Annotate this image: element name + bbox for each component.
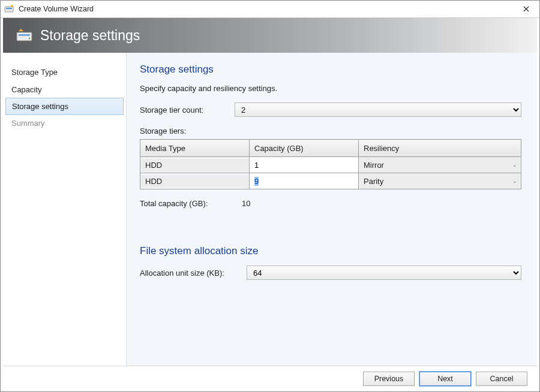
col-media-type[interactable]: Media Type: [140, 140, 250, 157]
window-title: Create Volume Wizard: [19, 5, 513, 13]
svg-rect-0: [5, 7, 13, 12]
capacity-input-1[interactable]: [250, 173, 358, 189]
sidebar: Storage Type Capacity Storage settings S…: [3, 53, 127, 366]
wizard-footer: Previous Next Cancel: [3, 366, 537, 391]
close-button[interactable]: [513, 1, 539, 17]
section-allocation-title: File system allocation size: [140, 245, 521, 257]
cell-media-type: HDD: [140, 159, 249, 171]
allocation-unit-label: Allocation unit size (KB):: [140, 269, 247, 278]
tier-count-label: Storage tier count:: [140, 105, 235, 114]
cancel-button[interactable]: Cancel: [476, 372, 527, 386]
wizard-body: Storage Type Capacity Storage settings S…: [3, 53, 537, 366]
svg-rect-1: [6, 8, 12, 9]
storage-tiers-table: Media Type Capacity (GB) Resiliency HDD …: [140, 139, 521, 189]
svg-point-5: [29, 38, 30, 39]
col-capacity[interactable]: Capacity (GB): [250, 140, 359, 157]
capacity-input-0[interactable]: [250, 157, 358, 173]
tier-count-select[interactable]: 2: [235, 102, 521, 117]
total-capacity-value: 10: [235, 199, 250, 208]
allocation-unit-select[interactable]: 64: [247, 266, 521, 280]
table-row: HDD Mirror⌄: [140, 157, 521, 173]
section-storage-settings-desc: Specify capacity and resiliency settings…: [140, 84, 521, 93]
wizard-window: Create Volume Wizard Storage settings St…: [0, 0, 540, 392]
cell-media-type: HDD: [140, 175, 249, 188]
wizard-header: Storage settings: [3, 18, 537, 53]
close-icon: [523, 6, 529, 12]
resiliency-select-0[interactable]: Mirror⌄: [359, 157, 521, 173]
section-storage-settings-title: Storage settings: [140, 64, 521, 76]
app-icon: [4, 4, 15, 14]
table-row: HDD Parity⌄: [140, 173, 521, 189]
next-button[interactable]: Next: [419, 372, 471, 386]
sidebar-item-capacity[interactable]: Capacity: [3, 81, 126, 98]
resiliency-value: Mirror: [364, 161, 384, 170]
total-capacity-label: Total capacity (GB):: [140, 199, 235, 208]
resiliency-select-1[interactable]: Parity⌄: [359, 173, 521, 189]
sidebar-item-summary: Summary: [3, 114, 126, 132]
chevron-down-icon: ⌄: [512, 162, 517, 168]
main-panel: Storage settings Specify capacity and re…: [127, 53, 537, 366]
resiliency-value: Parity: [364, 177, 383, 186]
drive-icon: [16, 28, 34, 43]
col-resiliency[interactable]: Resiliency: [359, 140, 521, 157]
sidebar-item-storage-settings[interactable]: Storage settings: [5, 98, 124, 115]
svg-marker-6: [19, 29, 23, 31]
svg-point-2: [11, 5, 13, 7]
sidebar-item-storage-type[interactable]: Storage Type: [3, 64, 126, 81]
title-bar: Create Volume Wizard: [1, 1, 539, 18]
svg-rect-4: [19, 34, 30, 36]
storage-tiers-label: Storage tiers:: [140, 126, 521, 135]
chevron-down-icon: ⌄: [512, 178, 517, 184]
header-title: Storage settings: [40, 28, 140, 44]
previous-button[interactable]: Previous: [363, 372, 415, 386]
svg-rect-3: [17, 32, 32, 41]
